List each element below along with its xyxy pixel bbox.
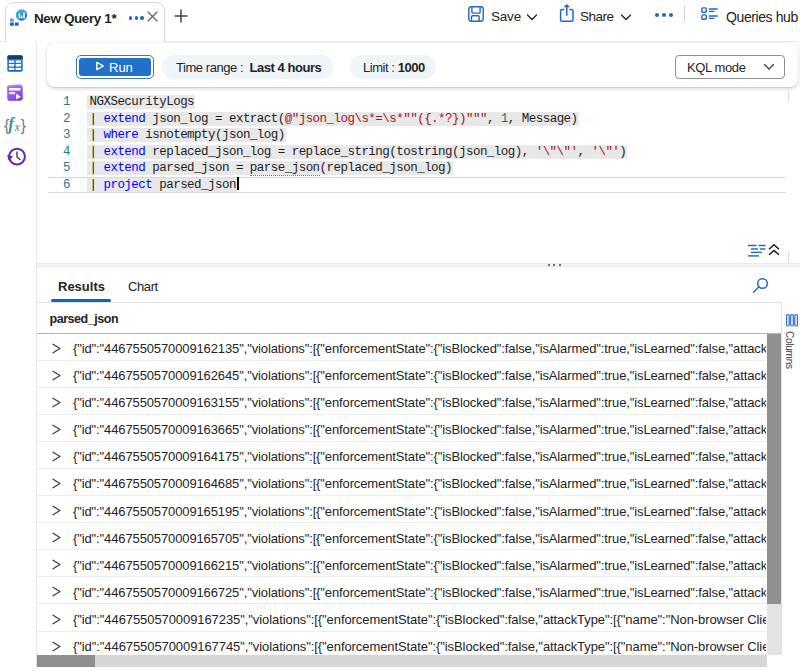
svg-text:x: x bbox=[13, 120, 20, 134]
svg-text:}: } bbox=[21, 116, 27, 134]
